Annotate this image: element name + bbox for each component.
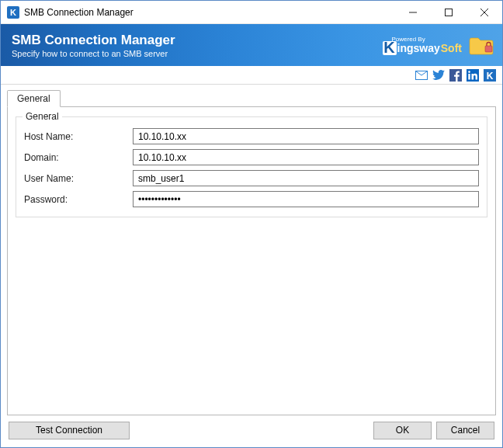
user-name-label: User Name: <box>24 173 133 184</box>
svg-text:K: K <box>487 70 494 81</box>
ok-button[interactable]: OK <box>373 422 432 439</box>
test-connection-button[interactable]: Test Connection <box>9 422 130 439</box>
k-icon[interactable]: K <box>484 69 496 82</box>
maximize-button[interactable] <box>431 1 467 23</box>
domain-label: Domain: <box>24 152 133 163</box>
tab-general[interactable]: General <box>7 90 61 107</box>
user-name-input[interactable] <box>133 170 479 186</box>
password-input[interactable] <box>133 191 479 207</box>
svg-point-11 <box>468 71 470 73</box>
host-name-label: Host Name: <box>24 131 133 142</box>
close-button[interactable] <box>467 1 502 23</box>
fieldset-general: General Host Name: Domain: User Name: Pa… <box>16 116 487 217</box>
email-icon[interactable] <box>415 69 428 82</box>
logo-k-icon: K <box>383 41 397 55</box>
domain-input[interactable] <box>133 149 479 165</box>
password-label: Password: <box>24 194 133 205</box>
powered-by: Powered By K ingsway Soft <box>383 36 462 55</box>
svg-rect-10 <box>468 74 470 80</box>
header-subtitle: Specify how to connect to an SMB server <box>12 49 175 58</box>
svg-rect-6 <box>485 46 492 52</box>
app-icon: K <box>7 6 19 19</box>
svg-rect-3 <box>446 9 453 16</box>
host-name-input[interactable] <box>133 128 479 144</box>
header: SMB Connection Manager Specify how to co… <box>1 24 502 66</box>
tabstrip: General <box>7 90 496 106</box>
titlebar: K SMB Connection Manager <box>1 1 502 24</box>
logo-text-2: Soft <box>441 42 462 54</box>
minimize-button[interactable] <box>395 1 431 23</box>
kingswaysoft-logo: K ingsway Soft <box>383 41 462 55</box>
folder-lock-icon <box>468 34 494 56</box>
linkedin-icon[interactable] <box>467 69 479 82</box>
logo-text-1: ingsway <box>397 42 440 54</box>
svg-text:K: K <box>10 8 16 17</box>
body-area: General General Host Name: Domain: User … <box>1 85 502 419</box>
facebook-icon[interactable] <box>449 69 462 82</box>
footer: Test Connection OK Cancel <box>1 419 502 447</box>
social-bar: K <box>1 66 502 85</box>
fieldset-legend: General <box>23 111 62 122</box>
cancel-button[interactable]: Cancel <box>436 422 494 439</box>
header-title: SMB Connection Manager <box>12 33 175 48</box>
window-controls <box>395 1 502 23</box>
twitter-icon[interactable] <box>432 69 445 82</box>
window-title: SMB Connection Manager <box>24 7 134 18</box>
tab-panel-general: General Host Name: Domain: User Name: Pa… <box>7 106 496 415</box>
window: K SMB Connection Manager SMB Connection … <box>0 0 503 448</box>
